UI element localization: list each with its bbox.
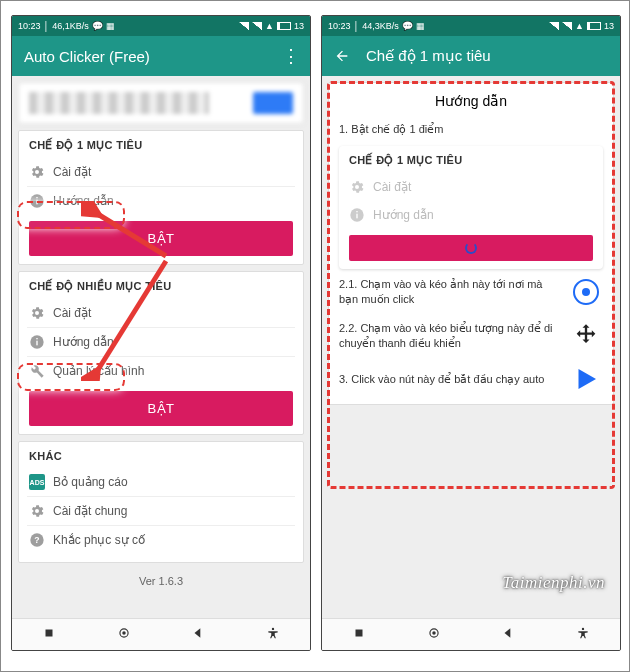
ads-icon: ADS — [29, 474, 45, 490]
info-icon — [349, 207, 365, 223]
embedded-card: CHẾ ĐỘ 1 MỤC TIÊU Cài đặt Hướng dẫn — [339, 146, 603, 269]
action-bar: Chế độ 1 mục tiêu — [322, 36, 620, 76]
remove-ads-row[interactable]: ADS Bỏ quảng cáo — [29, 468, 293, 496]
gear-icon — [29, 305, 45, 321]
wifi-icon: ▲ — [575, 21, 584, 31]
settings-row[interactable]: Cài đặt — [29, 158, 293, 186]
ads-label: Bỏ quảng cáo — [53, 475, 128, 489]
status-time: 10:23 — [18, 21, 41, 31]
signal-icon — [239, 22, 249, 30]
card-title: KHÁC — [29, 450, 293, 462]
signal-icon — [562, 22, 572, 30]
troubleshoot-row[interactable]: ? Khắc phục sự cố — [29, 526, 293, 554]
troubleshoot-label: Khắc phục sự cố — [53, 533, 145, 547]
info-icon — [29, 334, 45, 350]
guide-heading: Hướng dẫn — [339, 93, 603, 109]
guide-label: Hướng dẫn — [53, 194, 114, 208]
app-title: Auto Clicker (Free) — [24, 48, 150, 65]
svg-rect-15 — [356, 629, 363, 636]
svg-point-17 — [432, 631, 436, 635]
card-title: CHẾ ĐỘ NHIỀU MỤC TIÊU — [29, 280, 293, 293]
nav-recent-icon[interactable] — [42, 626, 56, 644]
battery-pct: 13 — [294, 21, 304, 31]
overflow-menu-icon[interactable] — [282, 48, 298, 64]
svg-text:?: ? — [34, 535, 39, 545]
multi-target-card: CHẾ ĐỘ NHIỀU MỤC TIÊU Cài đặt Hướng dẫn … — [18, 271, 304, 435]
version-text: Ver 1.6.3 — [18, 569, 304, 593]
svg-point-10 — [122, 631, 126, 635]
status-net: 46,1KB/s — [52, 21, 89, 31]
guide-content: Hướng dẫn 1. Bật chế độ 1 điểm CHẾ ĐỘ 1 … — [322, 76, 620, 618]
svg-rect-8 — [46, 629, 53, 636]
other-card: KHÁC ADS Bỏ quảng cáo Cài đặt chung ? Kh… — [18, 441, 304, 563]
nav-back-icon[interactable] — [191, 626, 205, 644]
svg-rect-5 — [36, 338, 37, 339]
nav-back-icon[interactable] — [501, 626, 515, 644]
step-3: 3. Click vào nút này để bắt đầu chạy aut… — [339, 372, 563, 387]
nav-home-icon[interactable] — [427, 626, 441, 644]
card-title: CHẾ ĐỘ 1 MỤC TIÊU — [29, 139, 293, 152]
guide-row[interactable]: Hướng dẫn — [29, 187, 293, 215]
battery-icon — [587, 22, 601, 30]
action-bar: Auto Clicker (Free) — [12, 36, 310, 76]
config-row[interactable]: Quản lý cấu hình — [29, 357, 293, 385]
enable-button-loading — [349, 235, 593, 261]
info-icon — [29, 193, 45, 209]
enable-button[interactable]: BẬT — [29, 221, 293, 256]
play-icon — [569, 364, 603, 394]
phone-left: 10:23 │ 46,1KB/s 💬▦ ▲ 13 Auto Clicker (F… — [11, 15, 311, 651]
nav-bar — [12, 618, 310, 650]
general-label: Cài đặt chung — [53, 504, 127, 518]
svg-point-18 — [582, 627, 584, 629]
svg-rect-2 — [36, 197, 37, 198]
wifi-icon: ▲ — [265, 21, 274, 31]
gear-icon — [29, 503, 45, 519]
step-1: 1. Bật chế độ 1 điểm — [339, 117, 603, 142]
nav-home-icon[interactable] — [117, 626, 131, 644]
guide-panel: Hướng dẫn 1. Bật chế độ 1 điểm CHẾ ĐỘ 1 … — [328, 82, 614, 405]
status-net: 44,3KB/s — [362, 21, 399, 31]
step-2-2: 2.2. Chạm vào và kéo biểu tượng này để d… — [339, 321, 563, 351]
status-time: 10:23 — [328, 21, 351, 31]
guide-row[interactable]: Hướng dẫn — [29, 328, 293, 356]
svg-rect-13 — [356, 214, 357, 219]
battery-pct: 13 — [604, 21, 614, 31]
target-icon — [569, 279, 603, 305]
single-target-card: CHẾ ĐỘ 1 MỤC TIÊU Cài đặt Hướng dẫn BẬT — [18, 130, 304, 265]
page-title: Chế độ 1 mục tiêu — [366, 47, 491, 65]
nav-accessibility-icon[interactable] — [576, 626, 590, 644]
back-icon[interactable] — [334, 48, 350, 64]
signal-icon — [252, 22, 262, 30]
card-title: CHẾ ĐỘ 1 MỤC TIÊU — [349, 154, 593, 167]
ad-banner[interactable] — [18, 82, 304, 124]
gear-icon — [349, 179, 365, 195]
guide-row: Hướng dẫn — [349, 201, 593, 229]
help-icon: ? — [29, 532, 45, 548]
enable-button[interactable]: BẬT — [29, 391, 293, 426]
svg-point-11 — [272, 627, 274, 629]
settings-row: Cài đặt — [349, 173, 593, 201]
main-content: CHẾ ĐỘ 1 MỤC TIÊU Cài đặt Hướng dẫn BẬT … — [12, 76, 310, 618]
svg-rect-14 — [356, 211, 357, 212]
settings-row[interactable]: Cài đặt — [29, 299, 293, 327]
signal-icon — [549, 22, 559, 30]
step-2-1: 2.1. Chạm vào và kéo ảnh này tới nơi mà … — [339, 277, 563, 307]
spinner-icon — [465, 242, 477, 254]
status-bar: 10:23 │ 46,1KB/s 💬▦ ▲ 13 — [12, 16, 310, 36]
nav-bar — [322, 618, 620, 650]
general-settings-row[interactable]: Cài đặt chung — [29, 497, 293, 525]
status-bar: 10:23 │ 44,3KB/s 💬▦ ▲ 13 — [322, 16, 620, 36]
wrench-icon — [29, 363, 45, 379]
config-label: Quản lý cấu hình — [53, 364, 144, 378]
battery-icon — [277, 22, 291, 30]
tutorial-composite: 10:23 │ 46,1KB/s 💬▦ ▲ 13 Auto Clicker (F… — [0, 0, 630, 672]
nav-recent-icon[interactable] — [352, 626, 366, 644]
settings-label: Cài đặt — [53, 165, 91, 179]
move-icon — [569, 322, 603, 350]
svg-rect-4 — [36, 341, 37, 346]
gear-icon — [29, 164, 45, 180]
nav-accessibility-icon[interactable] — [266, 626, 280, 644]
phone-right: 10:23 │ 44,3KB/s 💬▦ ▲ 13 Chế độ 1 mục ti… — [321, 15, 621, 651]
svg-rect-1 — [36, 200, 37, 205]
guide-label: Hướng dẫn — [53, 335, 114, 349]
